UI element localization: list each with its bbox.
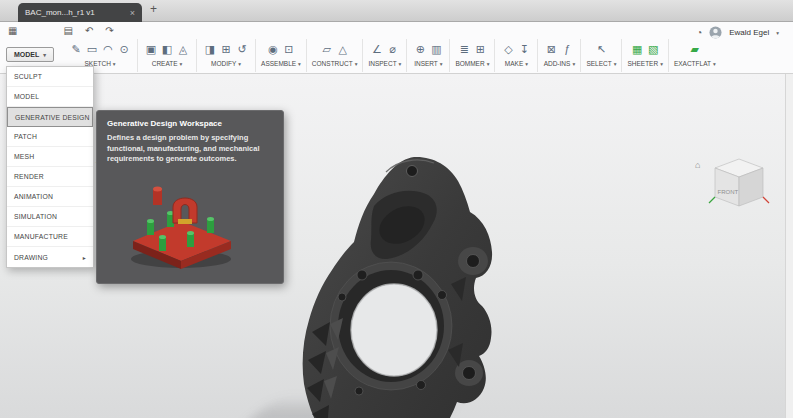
toolbar-group-icons: ∠ ⌀ (369, 39, 401, 59)
bom-settings-icon[interactable]: ⊞ (472, 43, 488, 56)
toolbar-group-label-make[interactable]: MAKE ▾ (505, 60, 528, 67)
workspace-menu-item-animation[interactable]: ANIMATION (7, 187, 93, 207)
circle-tool-icon[interactable]: ⊙ (116, 43, 132, 56)
workspace-menu-item-sculpt[interactable]: SCULPT (7, 67, 93, 87)
scripts-addins-icon[interactable]: ⊠ (543, 43, 559, 56)
caret-down-icon: ▾ (180, 61, 183, 67)
toolbar-group-create: ▣ ◧ ◬ CREATE ▾ (138, 39, 197, 72)
measure-icon[interactable]: ∠ (369, 43, 385, 56)
toolbar-group-label-construct[interactable]: CONSTRUCT ▾ (312, 60, 358, 67)
job-status-icon[interactable]: ◔ (696, 27, 702, 38)
new-tab-button[interactable]: + (150, 2, 157, 16)
workspace-switcher-button[interactable]: MODEL ▾ (6, 47, 54, 62)
workspace-menu-item-manufacture[interactable]: MANUFACTURE (7, 227, 93, 247)
group-label-text: CREATE (152, 60, 178, 67)
caret-down-icon: ▾ (355, 61, 358, 67)
joint-icon[interactable]: ◉ (265, 43, 281, 56)
bom-table-icon[interactable]: ≣ (456, 43, 472, 56)
extrude-icon[interactable]: ▣ (143, 43, 159, 56)
workspace-menu-item-drawing[interactable]: DRAWING ▸ (7, 247, 93, 267)
workspace-menu-item-render[interactable]: RENDER (7, 167, 93, 187)
menu-item-label: MANUFACTURE (14, 233, 68, 240)
workspace-menu-item-simulation[interactable]: SIMULATION (7, 207, 93, 227)
sheeter-export-icon[interactable]: ▧ (645, 43, 661, 56)
cad-model-3d-part[interactable] (286, 154, 514, 418)
move-icon[interactable]: ↺ (234, 43, 250, 56)
api-icon[interactable]: ƒ (559, 43, 575, 55)
group-label-text: SELECT (586, 60, 611, 67)
group-label-text: EXACTFLAT (674, 60, 711, 67)
tooltip-title: Generative Design Workspace (107, 119, 273, 128)
toolbar-group-icons: ◉ ⊡ (265, 39, 297, 59)
decal-icon[interactable]: ▥ (428, 43, 444, 56)
toolbar-group-modify: ◨ ⊞ ↺ MODIFY ▾ (197, 39, 256, 72)
export-icon[interactable]: ↧ (516, 43, 532, 56)
construction-axis-icon[interactable]: △ (335, 43, 351, 56)
workspace-menu-item-mesh[interactable]: MESH (7, 147, 93, 167)
caret-down-icon: ▾ (713, 61, 716, 67)
menu-item-label: ANIMATION (14, 193, 53, 200)
generative-design-tooltip: Generative Design Workspace Defines a de… (96, 110, 284, 284)
toolbar-group-label-bommer[interactable]: BOMMER ▾ (455, 60, 489, 67)
toolbar-group-assemble: ◉ ⊡ ASSEMBLE ▾ (256, 39, 307, 72)
exactflat-icon[interactable]: ▰ (687, 43, 703, 56)
view-cube-front-label: FRONT (718, 189, 739, 195)
revolve-icon[interactable]: ◧ (159, 43, 175, 56)
print-3d-icon[interactable]: ◇ (500, 43, 516, 56)
toolbar-group-label-exactflat[interactable]: EXACTFLAT ▾ (674, 60, 716, 67)
app-grid-icon[interactable]: ▦ (8, 25, 17, 36)
menu-item-label: SIMULATION (14, 213, 57, 220)
document-tab[interactable]: BAC_mon...h_r1 v1 × (18, 3, 142, 22)
toolbar-group-icons: ▦ ▧ (629, 39, 661, 59)
fillet-icon[interactable]: ⊞ (218, 43, 234, 56)
group-label-text: MODIFY (211, 60, 236, 67)
group-label-text: CONSTRUCT (312, 60, 353, 67)
home-view-icon[interactable]: ⌂ (695, 160, 700, 170)
rectangle-tool-icon[interactable]: ▭ (84, 43, 100, 56)
toolbar-group-label-assemble[interactable]: ASSEMBLE ▾ (261, 60, 301, 67)
view-cube[interactable]: ⌂ FRONT (695, 154, 771, 216)
new-component-icon[interactable]: ⊡ (281, 43, 297, 56)
caret-down-icon: ▾ (614, 61, 617, 67)
save-icon[interactable]: ▤ (63, 25, 72, 36)
toolbar-group-label-add-ins[interactable]: ADD-INS ▾ (544, 60, 576, 67)
view-cube-graphic[interactable]: FRONT (695, 154, 771, 216)
create-sketch-icon[interactable]: ✎ (68, 43, 84, 56)
menu-item-label: SCULPT (14, 73, 42, 80)
insert-mesh-icon[interactable]: ⊕ (412, 43, 428, 56)
x-axis-indicator (763, 197, 769, 203)
workspace-menu-item-model[interactable]: MODEL (7, 87, 93, 107)
press-pull-icon[interactable]: ◨ (202, 43, 218, 56)
select-cursor-icon[interactable]: ↖ (593, 43, 609, 56)
toolbar-ribbon: MODEL ▾ ✎ ▭ ◠ ⊙ SKETCH ▾ ▣ ◧ ◬ CREATE (6, 39, 721, 74)
window-scrollbar-strip[interactable] (785, 74, 793, 418)
toolbar-group-icons: ⊠ ƒ (543, 39, 575, 59)
caret-down-icon[interactable]: ▾ (776, 30, 779, 36)
toolbar-group-make: ◇ ↧ MAKE ▾ (495, 39, 538, 72)
arc-tool-icon[interactable]: ◠ (100, 43, 116, 56)
menu-item-label: MODEL (14, 93, 39, 100)
toolbar-group-label-insert[interactable]: INSERT ▾ (414, 60, 442, 67)
construction-plane-icon[interactable]: ▱ (319, 43, 335, 56)
toolbar-group-label-inspect[interactable]: INSPECT ▾ (368, 60, 401, 67)
toolbar-group-label-create[interactable]: CREATE ▾ (152, 60, 183, 67)
toolbar-group-icons: ▱ △ (319, 39, 351, 59)
toolbar-group-label-modify[interactable]: MODIFY ▾ (211, 60, 241, 67)
application-bar: ▦ ▤ ↶ ↷ ◔ Ewald Egel ▾ MODEL ▾ ✎ ▭ ◠ ⊙ (0, 22, 793, 74)
section-analysis-icon[interactable]: ⌀ (385, 43, 401, 56)
workspace-menu-item-patch[interactable]: PATCH (7, 127, 93, 147)
close-tab-icon[interactable]: × (130, 8, 135, 18)
toolbar-group-label-select[interactable]: SELECT ▾ (586, 60, 616, 67)
loft-icon[interactable]: ◬ (175, 43, 191, 56)
redo-icon[interactable]: ↷ (105, 25, 113, 36)
toolbar-group-label-sheeter[interactable]: SHEETER ▾ (627, 60, 662, 67)
user-name[interactable]: Ewald Egel (729, 28, 769, 37)
caret-down-icon: ▾ (440, 61, 443, 67)
submenu-arrow-icon: ▸ (83, 254, 86, 261)
undo-icon[interactable]: ↶ (85, 25, 93, 36)
sheeter-nest-icon[interactable]: ▦ (629, 43, 645, 56)
menu-item-label: PATCH (14, 133, 37, 140)
user-avatar-icon[interactable] (709, 26, 722, 39)
workspace-menu-item-generative-design[interactable]: GENERATIVE DESIGN (7, 107, 93, 127)
menu-item-label: RENDER (14, 173, 44, 180)
